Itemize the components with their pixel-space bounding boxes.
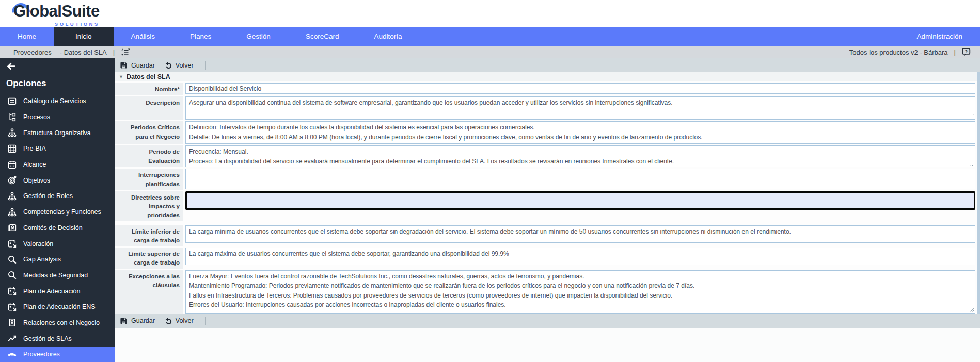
nav-tab-analisis[interactable]: Análisis	[114, 27, 173, 46]
sidebar-item-label: Gestión de Roles	[23, 192, 73, 200]
nav-tab-inicio[interactable]: Inicio	[54, 27, 114, 46]
search-icon	[8, 255, 17, 264]
nav-tab-scorecard[interactable]: ScoreCard	[288, 27, 357, 46]
nombre-input[interactable]	[185, 83, 975, 94]
sidebar-item-gestion-de-roles[interactable]: Gestión de Roles	[0, 188, 115, 204]
back-arrow-icon	[6, 62, 16, 71]
form-row-excepciones: Excepciones a las cláusulas Fuerza Mayor…	[115, 270, 977, 314]
sidebar-item-label: Pre-BIA	[23, 145, 46, 152]
breadcrumb-right-separator: |	[954, 48, 956, 56]
sidebar-item-competencias-y-funciones[interactable]: Competencias y Funciones	[0, 204, 115, 220]
breadcrumb-bar: Proveedores - Datos del SLA | Todos los …	[0, 46, 980, 58]
sidebar-item-pre-bia[interactable]: Pre-BIA	[0, 141, 115, 157]
sidebar-item-label: Objetivos	[23, 177, 50, 184]
nav-tab-administracion[interactable]: Administración	[899, 27, 980, 46]
search-icon	[8, 271, 17, 279]
help-icon[interactable]	[962, 48, 971, 56]
sidebar-item-label: Competencias y Funciones	[23, 208, 101, 216]
field-label: Descripción	[115, 96, 183, 120]
nav-tab-gestion[interactable]: Gestión	[229, 27, 288, 46]
section-title: Datos del SLA	[127, 73, 170, 80]
sort-list-icon[interactable]	[121, 48, 130, 56]
sidebar-menu: Catálogo de Servicios Procesos Estructur…	[0, 93, 115, 362]
nav-tab-planes[interactable]: Planes	[172, 27, 229, 46]
section-divider	[176, 77, 973, 77]
sidebar-item-plan-de-adecuacion-ens[interactable]: Plan de Adecuación ENS	[0, 299, 115, 315]
periodos-criticos-textarea[interactable]: Definición: Intervalos de tiempo durante…	[185, 121, 975, 144]
sidebar-item-label: Proveedores	[23, 351, 60, 358]
bottom-toolbar: Guardar Volver	[115, 314, 980, 328]
limite-inferior-textarea[interactable]: La carga mínima de usuarios concurrentes…	[185, 225, 975, 243]
product-user-label: Todos los productos v2 - Bárbara	[849, 48, 948, 56]
sidebar-item-catalogo-de-servicios[interactable]: Catálogo de Servicios	[0, 93, 115, 109]
grid-icon	[8, 144, 17, 153]
trend-icon	[8, 334, 17, 343]
id-card-icon	[8, 223, 17, 232]
sidebar-item-estructura-organizativa[interactable]: Estructura Organizativa	[0, 125, 115, 141]
descripcion-textarea[interactable]: Asegurar una disponibilidad continua del…	[185, 96, 975, 120]
sidebar-item-label: Gestión de SLAs	[23, 335, 72, 342]
undo-arrow-icon	[164, 317, 172, 325]
sidebar-item-label: Plan de Adecuación ENS	[23, 303, 96, 310]
hierarchy-icon	[8, 128, 17, 137]
periodo-evaluacion-textarea[interactable]: Frecuencia: Mensual. Proceso: La disponi…	[185, 145, 975, 167]
main-nav: Home Inicio Análisis Planes Gestión Scor…	[0, 27, 980, 46]
directrices-textarea-focused[interactable]	[185, 191, 975, 210]
form-row-limite-superior: Límite superior de carga de trabajo La c…	[115, 248, 977, 269]
sidebar-item-procesos[interactable]: Procesos	[0, 109, 115, 125]
sidebar-item-valoracion[interactable]: Valoración	[0, 236, 115, 252]
save-icon	[120, 317, 128, 325]
nav-tab-home[interactable]: Home	[0, 27, 54, 46]
sidebar-item-plan-de-adecuacion[interactable]: Plan de Adecuación	[0, 283, 115, 299]
form-row-limite-inferior: Límite inferior de carga de trabajo La c…	[115, 225, 977, 246]
sidebar-item-label: Procesos	[23, 113, 50, 121]
back-button-bottom[interactable]: Volver	[164, 317, 194, 325]
form-row-interrupciones: Interrupciones planificadas	[115, 169, 977, 190]
sla-form: ▼ Datos del SLA Nombre* Descripción Aseg…	[115, 72, 980, 314]
field-label: Interrupciones planificadas	[115, 169, 183, 190]
breadcrumb-separator: |	[113, 48, 115, 56]
sidebar-item-gestion-de-slas[interactable]: Gestión de SLAs	[0, 331, 115, 347]
sidebar-item-label: Estructura Organizativa	[23, 129, 91, 137]
limite-superior-textarea[interactable]: La carga máxima de usuarios concurrentes…	[185, 248, 975, 265]
form-rows: Nombre* Descripción Asegurar una disponi…	[115, 81, 977, 314]
interrupciones-textarea[interactable]	[185, 169, 975, 189]
form-row-periodo-evaluacion: Periodo de Evaluación Frecuencia: Mensua…	[115, 145, 977, 167]
field-label: Directrices sobre impactos y prioridades	[115, 191, 183, 221]
form-row-descripcion: Descripción Asegurar una disponibilidad …	[115, 96, 977, 120]
collapse-caret-icon[interactable]: ▼	[119, 74, 123, 79]
app-header: GlobalSuite SOLUTIONS	[0, 0, 980, 27]
sidebar-item-objetivos[interactable]: Objetivos	[0, 172, 115, 188]
globalsuite-logo[interactable]: GlobalSuite SOLUTIONS	[13, 2, 100, 21]
sidebar-item-alcance[interactable]: Alcance	[0, 157, 115, 173]
excepciones-textarea[interactable]: Fuerza Mayor: Eventos fuera del control …	[185, 270, 975, 314]
save-button-bottom[interactable]: Guardar	[120, 317, 155, 325]
back-button[interactable]: Volver	[164, 61, 194, 69]
back-button-label: Volver	[176, 62, 194, 69]
save-button[interactable]: Guardar	[120, 61, 155, 69]
sidebar-item-label: Comités de Decisión	[23, 224, 83, 232]
org-chart-icon	[8, 113, 17, 122]
sidebar-title: Opciones	[0, 74, 115, 93]
logo-subtext: SOLUTIONS	[55, 21, 100, 27]
toolbar-separator	[205, 61, 206, 70]
save-button-label: Guardar	[131, 62, 155, 69]
field-label: Límite superior de carga de trabajo	[115, 248, 183, 269]
sidebar-item-comites-de-decision[interactable]: Comités de Decisión	[0, 220, 115, 236]
field-label: Límite inferior de carga de trabajo	[115, 225, 183, 246]
sidebar-item-label: Medidas de Seguridad	[23, 272, 88, 279]
sidebar-item-relaciones-con-el-negocio[interactable]: Relaciones con el Negocio	[0, 315, 115, 331]
toolbar-separator	[205, 317, 206, 325]
sidebar-item-proveedores[interactable]: Proveedores	[0, 347, 115, 362]
sidebar-item-gap-analysis[interactable]: Gap Analysis	[0, 252, 115, 268]
field-label: Excepciones a las cláusulas	[115, 270, 183, 314]
sidebar: Opciones Catálogo de Servicios Procesos …	[0, 58, 115, 362]
sidebar-item-label: Gap Analysis	[23, 256, 61, 263]
form-row-nombre: Nombre*	[115, 83, 977, 95]
sidebar-item-label: Plan de Adecuación	[23, 288, 81, 295]
sidebar-item-medidas-de-seguridad[interactable]: Medidas de Seguridad	[0, 268, 115, 284]
top-toolbar: Guardar Volver	[115, 58, 980, 72]
sidebar-back-button[interactable]	[0, 58, 115, 74]
document-icon	[8, 97, 17, 106]
nav-tab-auditoria[interactable]: Auditoría	[356, 27, 419, 46]
